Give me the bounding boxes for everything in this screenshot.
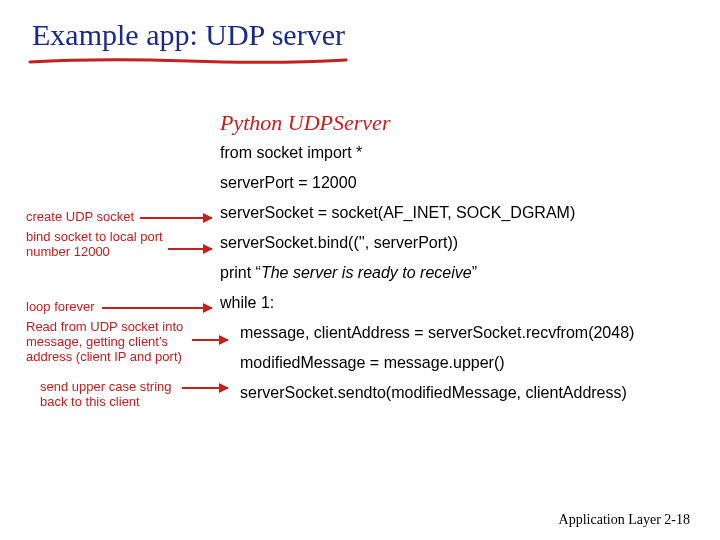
arrow-icon (192, 339, 228, 341)
code-subtitle: Python UDPServer (220, 110, 390, 136)
arrow-icon (140, 217, 212, 219)
title-underline (28, 56, 348, 68)
arrow-icon (168, 248, 212, 250)
code-line-recv: message, clientAddress = serverSocket.re… (220, 325, 634, 341)
print-prefix: print “ (220, 264, 261, 281)
arrow-icon (182, 387, 228, 389)
slide-title: Example app: UDP server (32, 18, 345, 52)
code-line-sendto: serverSocket.sendto(modifiedMessage, cli… (220, 385, 634, 401)
code-block: from socket import * serverPort = 12000 … (220, 145, 634, 415)
annot-read: Read from UDP socket into message, getti… (26, 320, 206, 365)
code-line-socket: serverSocket = socket(AF_INET, SOCK_DGRA… (220, 205, 634, 221)
annot-send: send upper case string back to this clie… (40, 380, 200, 410)
code-line-import: from socket import * (220, 145, 634, 161)
print-suffix: ” (472, 264, 477, 281)
footer-section: Application Layer (559, 512, 661, 527)
code-line-while: while 1: (220, 295, 634, 311)
footer-page: 2-18 (664, 512, 690, 527)
code-line-port: serverPort = 12000 (220, 175, 634, 191)
code-line-print: print “The server is ready to receive” (220, 265, 634, 281)
slide-footer: Application Layer 2-18 (559, 512, 690, 528)
arrow-icon (102, 307, 212, 309)
annot-create-socket: create UDP socket (26, 210, 134, 225)
print-message: The server is ready to receive (261, 264, 472, 281)
annot-loop: loop forever (26, 300, 95, 315)
annot-bind: bind socket to local port number 12000 (26, 230, 206, 260)
code-line-upper: modifiedMessage = message.upper() (220, 355, 634, 371)
code-line-bind: serverSocket.bind(('', serverPort)) (220, 235, 634, 251)
